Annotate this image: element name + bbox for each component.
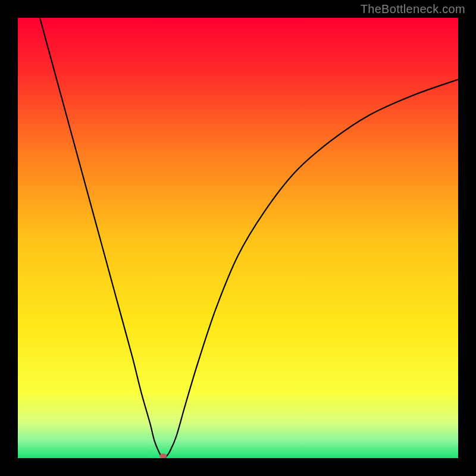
- optimal-point-marker: [159, 453, 167, 458]
- bottleneck-chart: [18, 18, 458, 458]
- gradient-background: [18, 18, 458, 458]
- watermark-text: TheBottleneck.com: [361, 2, 465, 16]
- chart-frame: TheBottleneck.com: [0, 0, 476, 476]
- plot-area: [18, 18, 458, 458]
